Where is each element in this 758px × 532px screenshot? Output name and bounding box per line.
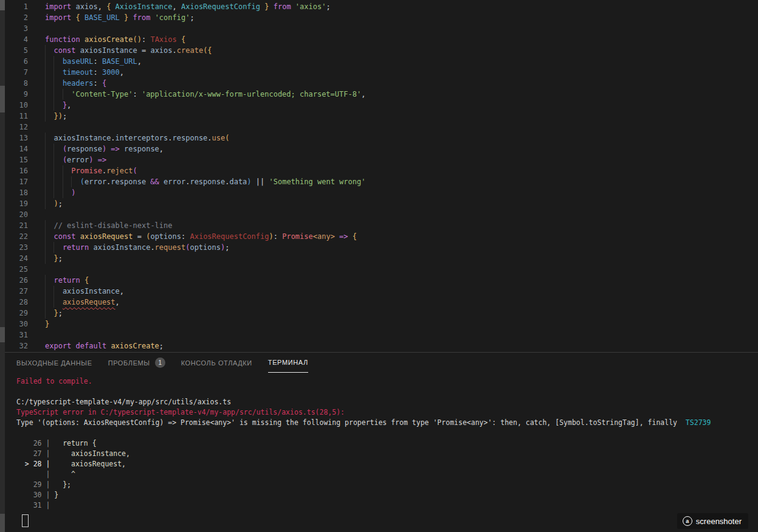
indent-guide	[71, 176, 80, 187]
code-line[interactable]: 12	[5, 122, 758, 133]
token: axios	[76, 2, 98, 11]
scrollbar-thumb	[0, 0, 5, 10]
code-line[interactable]: 19);	[5, 198, 758, 209]
token: :	[93, 57, 102, 66]
code-line[interactable]: 27axiosInstance,	[5, 286, 758, 297]
terminal-line: Failed to compile.	[16, 376, 758, 387]
code-line[interactable]: 13axiosInstance.interceptors.response.us…	[5, 133, 758, 143]
token: ;	[58, 254, 63, 263]
code-line[interactable]: 15(error) =>	[5, 154, 758, 165]
code-text: }	[45, 319, 49, 330]
code-text: (error.response && error.response.data) …	[45, 176, 365, 187]
token: ,	[159, 145, 164, 153]
indent-guide	[45, 100, 53, 111]
token: =	[133, 232, 146, 241]
code-line[interactable]: 25	[5, 264, 758, 275]
token: ;	[58, 199, 63, 208]
code-line[interactable]: 28axiosRequest,	[5, 297, 758, 308]
code-line[interactable]: 23return axiosInstance.request(options);	[5, 242, 758, 253]
code-text: const axiosInstance = axios.create({	[45, 45, 212, 56]
code-line[interactable]: 16Promise.reject(	[5, 165, 758, 176]
token: :	[181, 232, 190, 241]
code-text: timeout: 3000,	[45, 67, 124, 78]
code-line[interactable]: 7timeout: 3000,	[5, 67, 758, 78]
line-number: 17	[5, 176, 28, 187]
token: =	[137, 46, 151, 55]
indent-guide	[45, 56, 53, 67]
panel-tab-bar: ВЫХОДНЫЕ ДАННЫЕПРОБЛЕМЫ1КОНСОЛЬ ОТЛАДКИТ…	[5, 353, 758, 373]
token: :	[133, 90, 141, 98]
indent-guide	[45, 143, 53, 154]
indent-guide	[53, 89, 62, 100]
code-line[interactable]: 26return {	[5, 275, 758, 286]
token: ;	[190, 13, 194, 22]
code-line[interactable]: 20	[5, 209, 758, 220]
tab-label: ПРОБЛЕМЫ	[108, 359, 150, 367]
token: ;	[159, 342, 164, 350]
code-line[interactable]: 31	[5, 330, 758, 340]
terminal-output[interactable]: Failed to compile.C:/typescript-template…	[5, 376, 758, 527]
code-line[interactable]: 24};	[5, 253, 758, 264]
token: .	[111, 134, 115, 142]
code-text: headers: {	[45, 78, 106, 89]
code-line[interactable]: 4function axiosCreate(): TAxios {	[5, 34, 758, 45]
line-number: 20	[5, 209, 28, 220]
line-number: 31	[5, 330, 28, 340]
code-line[interactable]: 8headers: {	[5, 78, 758, 89]
code-text: );	[45, 198, 63, 209]
code-line[interactable]: 9'Content-Type': 'application/x-www-form…	[5, 89, 758, 100]
indent-guide	[45, 133, 53, 143]
token: Promise	[71, 167, 102, 175]
token: :	[142, 35, 150, 44]
token: baseURL	[63, 57, 94, 66]
line-number: 30	[5, 319, 28, 330]
token: ,	[98, 2, 106, 11]
tab-debug-console[interactable]: КОНСОЛЬ ОТЛАДКИ	[181, 353, 252, 373]
code-editor[interactable]: 1import axios, { AxiosInstance, AxiosReq…	[5, 0, 758, 352]
code-line[interactable]: 1import axios, { AxiosInstance, AxiosReq…	[5, 1, 758, 12]
token: &&	[146, 178, 164, 186]
terminal-snippet-line: > 28 | axiosRequest,	[16, 459, 758, 469]
indent-guide	[53, 78, 62, 89]
line-number: 32	[5, 340, 28, 351]
token: response	[173, 134, 208, 142]
code-line[interactable]: 10},	[5, 100, 758, 111]
code-line[interactable]: 29};	[5, 308, 758, 319]
token: axiosRequest	[80, 232, 133, 241]
code-line[interactable]: 21// eslint-disable-next-line	[5, 220, 758, 231]
left-scrollbar[interactable]	[0, 0, 5, 532]
code-line[interactable]: 3	[5, 23, 758, 34]
code-line[interactable]: 30}	[5, 319, 758, 330]
code-line[interactable]: 22const axiosRequest = (options: AxiosRe…	[5, 231, 758, 242]
code-line[interactable]: 5const axiosInstance = axios.create({	[5, 45, 758, 56]
problems-count-badge: 1	[155, 358, 165, 368]
token: 'config'	[155, 13, 190, 22]
token: }	[53, 254, 58, 263]
token: (	[133, 167, 137, 175]
code-line[interactable]: 6baseURL: BASE_URL,	[5, 56, 758, 67]
token: ,	[361, 90, 365, 98]
indent-guide	[45, 78, 53, 89]
code-text: axiosRequest,	[45, 297, 120, 308]
scrollbar-mark	[0, 86, 5, 112]
line-number: 29	[5, 308, 28, 319]
token: interceptors	[115, 134, 168, 142]
code-text: });	[45, 111, 67, 122]
line-number: 28	[5, 297, 28, 308]
code-text: };	[45, 253, 63, 264]
tab-terminal[interactable]: ТЕРМИНАЛ	[268, 353, 308, 373]
code-line[interactable]: 32export default axiosCreate;	[5, 340, 758, 351]
token: import	[45, 13, 76, 22]
token: error	[164, 178, 185, 186]
token: (	[225, 134, 229, 142]
tab-problems[interactable]: ПРОБЛЕМЫ1	[108, 353, 165, 373]
token: {	[76, 13, 84, 22]
code-line[interactable]: 18)	[5, 187, 758, 198]
code-line[interactable]: 17(error.response && error.response.data…	[5, 176, 758, 187]
code-line[interactable]: 2import { BASE_URL } from 'config';	[5, 12, 758, 23]
code-text: return axiosInstance.request(options);	[45, 242, 229, 253]
tab-output[interactable]: ВЫХОДНЫЕ ДАННЫЕ	[16, 353, 92, 373]
code-line[interactable]: 11});	[5, 111, 758, 122]
line-number: 21	[5, 220, 28, 231]
code-line[interactable]: 14(response) => response,	[5, 143, 758, 154]
